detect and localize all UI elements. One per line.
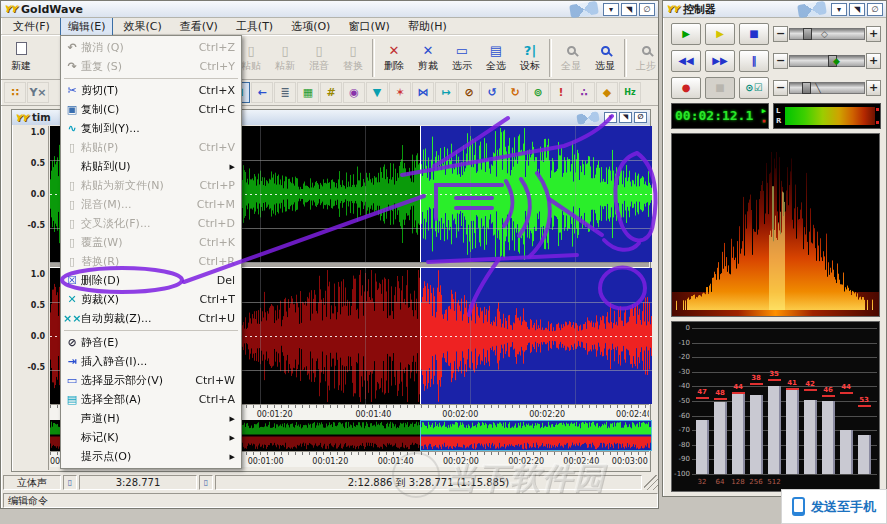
menu-item-标记K[interactable]: 标记(K)▶: [61, 428, 241, 447]
menu-h[interactable]: 帮助(H): [400, 17, 455, 36]
menu-item-剪裁X[interactable]: ✕剪裁(X)Ctrl+T: [61, 290, 241, 309]
toolbar-button-上步[interactable]: 上步: [629, 37, 663, 78]
slider-track[interactable]: ╲: [789, 82, 865, 94]
controller-titlebar[interactable]: YY 控制器 ▾◥∅: [663, 1, 886, 18]
close-button[interactable]: ∅: [639, 3, 655, 16]
slider-thumb[interactable]: [802, 82, 811, 94]
record-button[interactable]: ●: [671, 77, 701, 99]
menu-item-删除D[interactable]: ☒删除(D)Del: [61, 271, 241, 290]
menu-item-自动剪裁Z[interactable]: ××自动剪裁(Z)...Ctrl+U: [61, 309, 241, 328]
rewind-button[interactable]: ◀◀: [671, 50, 701, 72]
menu-item-覆盖W[interactable]: ▯覆盖(W)Ctrl+K: [61, 233, 241, 252]
small-tool-button[interactable]: ⋈: [412, 82, 434, 103]
toolbar-button-全选[interactable]: ▤全选: [479, 37, 513, 78]
menu-c[interactable]: 效果(C): [115, 17, 169, 36]
toolbar-button-粘新[interactable]: ▯粘新: [268, 37, 302, 78]
amp-label: -0.5: [28, 221, 46, 230]
slider-plus-button[interactable]: +: [866, 80, 881, 96]
minimize-button[interactable]: ▾: [604, 112, 617, 123]
menu-f[interactable]: 文件(F): [5, 17, 58, 36]
minimize-button[interactable]: ▾: [831, 3, 847, 16]
stop-button[interactable]: ■: [739, 23, 769, 45]
slider-minus-button[interactable]: −: [773, 26, 788, 42]
menu-item-提示点O[interactable]: 提示点(O)▶: [61, 447, 241, 466]
menu-o[interactable]: 选项(O): [283, 17, 338, 36]
record-options-button[interactable]: ⊙☑: [739, 77, 769, 99]
menu-item-替换R[interactable]: ▯替换(R)Ctrl+R: [61, 252, 241, 271]
play-button[interactable]: ▶: [671, 23, 701, 45]
small-tool-button[interactable]: Y×: [27, 82, 49, 103]
maximize-button[interactable]: ◥: [849, 3, 865, 16]
small-tool-button[interactable]: ◉: [343, 82, 365, 103]
menu-e[interactable]: 编辑(E): [60, 17, 114, 36]
small-tool-button[interactable]: ↻: [504, 82, 526, 103]
small-tool-button[interactable]: ✶: [389, 82, 411, 103]
menu-item-混音M[interactable]: ▯混音(M)...Ctrl+M: [61, 195, 241, 214]
menu-item-粘贴到U[interactable]: 粘贴到(U)▶: [61, 157, 241, 176]
menu-item-静音E[interactable]: ⊘静音(E): [61, 333, 241, 352]
menu-item-剪切T[interactable]: ✂剪切(T)Ctrl+X: [61, 81, 241, 100]
minimize-button[interactable]: ▾: [603, 3, 619, 16]
menu-item-粘贴为新文件N[interactable]: ▯粘贴为新文件(N)Ctrl+P: [61, 176, 241, 195]
close-button[interactable]: ∅: [867, 3, 883, 16]
toolbar-button-新建[interactable]: 新建: [4, 37, 38, 78]
menu-item-撤消Q[interactable]: ↶撤消 (Q)Ctrl+Z: [61, 38, 241, 57]
toolbar-button-选显[interactable]: 选显: [588, 37, 622, 78]
small-tool-button[interactable]: ↺: [481, 82, 503, 103]
menu-item-声道H[interactable]: 声道(H)▶: [61, 409, 241, 428]
slider-track[interactable]: ◇: [789, 28, 865, 40]
small-tool-button[interactable]: #: [320, 82, 342, 103]
menu-item-粘贴P[interactable]: ▯粘贴(P)Ctrl+V: [61, 138, 241, 157]
menu-v[interactable]: 查看(V): [172, 17, 226, 36]
slider-minus-button[interactable]: −: [773, 80, 788, 96]
small-tool-button[interactable]: ⊘: [458, 82, 480, 103]
toolbar-button-label: 新建: [11, 59, 31, 73]
small-tool-button[interactable]: ∴: [573, 82, 595, 103]
small-tool-button[interactable]: ↦: [435, 82, 457, 103]
small-tool-button[interactable]: ⊚: [527, 82, 549, 103]
spectrum-flame-display[interactable]: [671, 133, 880, 317]
toolbar-button-删除[interactable]: ✕删除: [377, 37, 411, 78]
play-selection-button[interactable]: ▶: [705, 23, 735, 45]
fast-forward-button[interactable]: ▶▶: [705, 50, 735, 72]
spectrum-bar-meter[interactable]: 0-10-20-30-40-50-60-70-80-90-10047484438…: [671, 321, 880, 492]
slider-plus-button[interactable]: +: [866, 53, 881, 69]
menu-item-选择显示部分V[interactable]: ▭选择显示部分(V)Ctrl+W: [61, 371, 241, 390]
menu-t[interactable]: 工具(T): [228, 17, 281, 36]
slider-thumb[interactable]: [803, 28, 812, 40]
resize-grip[interactable]: [644, 475, 658, 490]
small-tool-button[interactable]: Hz: [619, 82, 641, 103]
small-tool-button[interactable]: ▼: [366, 82, 388, 103]
menu-item-复制到Y[interactable]: ∿复制到(Y)...: [61, 119, 241, 138]
small-tool-button[interactable]: ▦: [297, 82, 319, 103]
close-button[interactable]: ∅: [634, 112, 647, 123]
menu-item-插入静音I[interactable]: ⇥插入静音(I)...: [61, 352, 241, 371]
playing-indicator-icon: ▶: [762, 108, 766, 115]
toolbar-button-选示[interactable]: ▭选示: [445, 37, 479, 78]
maximize-button[interactable]: ◥: [619, 112, 632, 123]
menu-item-交叉淡化F[interactable]: ▯交叉淡化(F)...Ctrl+D: [61, 214, 241, 233]
slider-minus-button[interactable]: −: [773, 53, 788, 69]
toolbar-button-剪裁[interactable]: ✕剪裁: [411, 37, 445, 78]
pause-button[interactable]: ‖: [739, 50, 769, 72]
menu-item-选择全部A[interactable]: ▤选择全部(A)Ctrl+A: [61, 390, 241, 409]
gray-icon: ▯: [349, 42, 356, 59]
menu-w[interactable]: 窗口(W): [340, 17, 397, 36]
menu-item-label: 提示点(O): [81, 449, 222, 464]
small-tool-button[interactable]: ∷: [4, 82, 26, 103]
small-tool-button[interactable]: ≣: [274, 82, 296, 103]
maximize-button[interactable]: ◥: [621, 3, 637, 16]
menu-item-重复S[interactable]: ↷重复 (S)Ctrl+Y: [61, 57, 241, 76]
small-tool-button[interactable]: ◆: [596, 82, 618, 103]
small-tool-button[interactable]: !: [550, 82, 572, 103]
toolbar-button-设标[interactable]: ?|设标: [513, 37, 547, 78]
menu-item-复制C[interactable]: ▣复制(C)Ctrl+C: [61, 100, 241, 119]
slider-track[interactable]: ◆: [789, 55, 865, 67]
small-tool-button[interactable]: ←: [251, 82, 273, 103]
toolbar-button-替换[interactable]: ▯替换: [336, 37, 370, 78]
toolbar-button-全显[interactable]: 全显: [554, 37, 588, 78]
slider-plus-button[interactable]: +: [866, 26, 881, 42]
send-to-phone-button[interactable]: 发送至手机: [781, 489, 887, 524]
toolbar-button-混音[interactable]: ▯混音: [302, 37, 336, 78]
main-titlebar[interactable]: YY GoldWave ▾◥∅: [1, 1, 658, 18]
